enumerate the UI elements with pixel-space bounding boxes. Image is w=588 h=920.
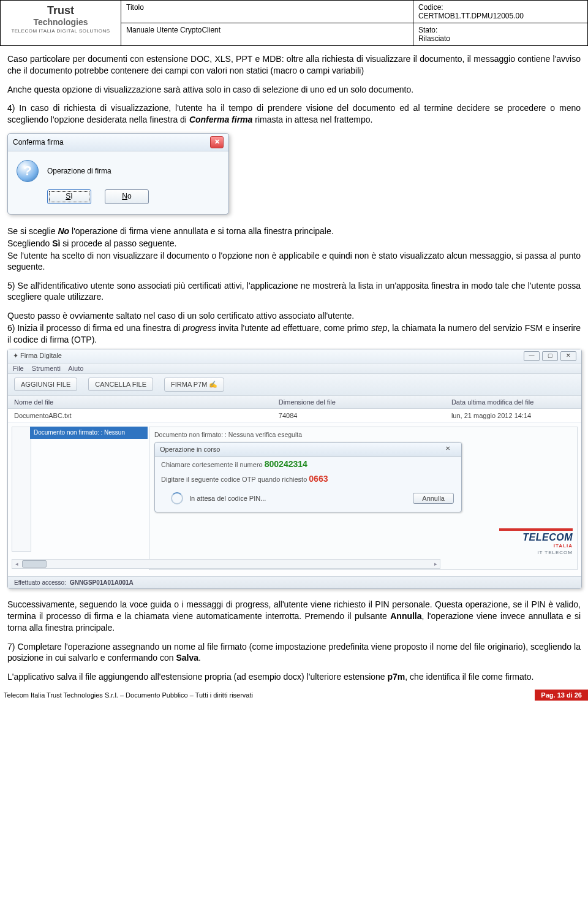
codice-value: CERTMOB1.TT.DPMU12005.00 (418, 12, 524, 20)
paragraph-step6: 6) Inizia il processo di firma ed una fi… (7, 322, 581, 344)
close-window-icon[interactable]: ✕ (560, 351, 576, 361)
paragraph-scelta-si: Scegliendo Sì si procede al passo seguen… (7, 238, 581, 249)
codice-cell: Codice: CERTMOB1.TT.DPMU12005.00 (413, 1, 588, 23)
app-title: Firma Digitale (20, 352, 62, 359)
paragraph-step5: 5) Se all'identificativo utente sono ass… (7, 280, 581, 303)
no-button[interactable]: No (105, 189, 149, 204)
firma-p7m-button[interactable]: FIRMA P7M ✍ (164, 378, 224, 392)
paragraph-opzione-attiva: Anche questa opzione di visualizzazione … (7, 84, 581, 95)
file-table-header: Nome del file Dimensione del file Data u… (8, 396, 581, 409)
unsigned-banner-left: Documento non firmato: : Nessun (30, 427, 148, 439)
codice-label: Codice: (418, 3, 443, 12)
status-label: Effettuato accesso: (14, 579, 66, 586)
stato-value: Rilasciato (418, 34, 450, 43)
inner-close-icon[interactable]: ✕ (445, 444, 456, 454)
status-user: GNNGSP01A01A001A (70, 579, 134, 586)
menu-strumenti[interactable]: Strumenti (32, 365, 61, 372)
menu-file[interactable]: File (13, 365, 24, 372)
minimize-icon[interactable]: — (524, 351, 540, 361)
spinner-icon (171, 492, 183, 504)
scroll-thumb[interactable] (22, 560, 47, 568)
document-header: Trust Technologies TELECOM ITALIA DIGITA… (0, 0, 588, 46)
stato-cell: Stato: Rilasciato (413, 23, 588, 46)
left-tree-stub (12, 427, 31, 552)
footer-page-number: Pag. 13 di 26 (535, 690, 588, 701)
aggiungi-file-button[interactable]: AGGIUNGI FILE (14, 378, 77, 391)
sign-icon: ✍ (209, 381, 217, 388)
yes-button[interactable]: Sì (47, 189, 91, 204)
col-dimensione: Dimensione del file (273, 396, 445, 408)
logo-name: Trust (47, 4, 74, 17)
logo-sub: Technologies (6, 17, 116, 27)
menu-aiuto[interactable]: Aiuto (68, 365, 83, 372)
paragraph-salva-file: L'applicativo salva il file aggiungendo … (7, 671, 581, 682)
paragraph-saltato: Questo passo è ovviamente saltato nel ca… (7, 310, 581, 321)
table-row[interactable]: DocumentoABC.txt 74084 lun, 21 maggio 20… (8, 409, 581, 423)
logo-cell: Trust Technologies TELECOM ITALIA DIGITA… (1, 1, 121, 46)
manuale-title: Manuale Utente CryptoClient (121, 23, 413, 46)
col-nome: Nome del file (8, 396, 273, 408)
call-number-line: Chiamare cortesemente il numero 80024231… (155, 457, 461, 471)
dialog-message: Operazione di firma (47, 167, 111, 175)
telecom-logo: TELECOM ITALIA IT TELECOM (499, 528, 573, 555)
scroll-left-icon[interactable]: ◂ (12, 561, 21, 567)
paragraph-no-visual: Se l'utente ha scelto di non visualizzar… (7, 250, 581, 272)
titolo-label: Titolo (121, 1, 413, 23)
phone-number: 800242314 (265, 459, 307, 469)
operazione-in-corso-dialog: Operazione in corso ✕ Chiamare corteseme… (154, 442, 462, 512)
toolbar: AGGIUNGI FILE CANCELLA FILE FIRMA P7M ✍ (8, 374, 581, 396)
paragraph-scelta-no: Se si sceglie No l'operazione di firma v… (7, 226, 581, 237)
close-icon[interactable]: ✕ (210, 136, 224, 148)
dialog-title: Conferma firma (13, 138, 64, 146)
scroll-right-icon[interactable]: ▸ (431, 561, 440, 567)
cell-nome: DocumentoABC.txt (8, 409, 273, 422)
cell-size: 74084 (273, 409, 445, 422)
otp-line: Digitare il seguente codice OTP quando r… (155, 471, 461, 486)
progress-text: In attesa del codice PIN... (189, 495, 266, 502)
paragraph-successivamente: Successivamente, seguendo la voce guida … (7, 599, 581, 634)
logo-tagline: TELECOM ITALIA DIGITAL SOLUTIONS (6, 28, 116, 34)
col-data: Data ultima modifica del file (445, 396, 588, 408)
firma-digitale-window: ✦ Firma Digitale — ▢ ✕ File Strumenti Ai… (7, 349, 582, 589)
unsigned-message: Documento non firmato: : Nessuna verific… (154, 431, 572, 438)
inner-dialog-title: Operazione in corso (160, 446, 220, 453)
question-icon: ? (17, 160, 39, 182)
stato-label: Stato: (418, 26, 437, 34)
paragraph-step4: 4) In caso di richiesta di visualizzazio… (7, 102, 581, 126)
page-footer: Telecom Italia Trust Technologies S.r.l.… (0, 690, 588, 701)
status-bar: Effettuato accesso: GNNGSP01A01A001A (8, 576, 581, 588)
lower-pane: Documento non firmato: : Nessun Document… (8, 423, 581, 576)
paragraph-caso-particolare: Caso particolare per documenti con esten… (7, 53, 581, 77)
maximize-icon[interactable]: ▢ (542, 351, 558, 361)
app-titlebar: ✦ Firma Digitale — ▢ ✕ (8, 349, 581, 363)
paragraph-step7: 7) Completare l'operazione assegnando un… (7, 641, 581, 664)
annulla-button[interactable]: Annulla (413, 493, 454, 504)
conferma-firma-dialog: Conferma firma ✕ ? Operazione di firma S… (7, 133, 229, 215)
dialog-titlebar: Conferma firma ✕ (8, 134, 228, 151)
cell-date: lun, 21 maggio 2012 14:14 (445, 409, 588, 422)
horizontal-scrollbar[interactable]: ◂ ▸ (12, 559, 440, 569)
footer-left: Telecom Italia Trust Technologies S.r.l.… (0, 690, 257, 701)
otp-code: 0663 (309, 474, 328, 484)
cancella-file-button[interactable]: CANCELLA FILE (88, 378, 153, 391)
menu-bar: File Strumenti Aiuto (8, 363, 581, 374)
